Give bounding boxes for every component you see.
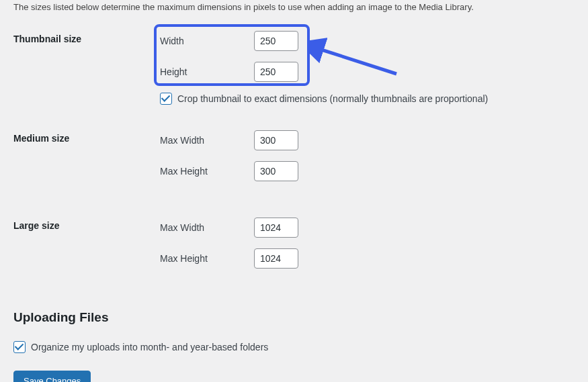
organize-uploads-label: Organize my uploads into month- and year… <box>31 342 268 352</box>
thumbnail-height-label: Height <box>160 66 254 77</box>
medium-width-label: Max Width <box>160 135 254 146</box>
organize-uploads-checkbox[interactable] <box>13 341 26 353</box>
large-width-label: Max Width <box>160 222 254 233</box>
organize-uploads-row: Organize my uploads into month- and year… <box>13 341 575 353</box>
save-changes-button[interactable]: Save Changes <box>13 371 91 382</box>
large-height-input[interactable] <box>254 248 298 269</box>
medium-height-label: Max Height <box>160 166 254 177</box>
large-size-heading: Large size <box>13 192 160 279</box>
thumbnail-width-row: Width <box>160 31 575 51</box>
crop-thumbnail-label: Crop thumbnail to exact dimensions (norm… <box>177 93 488 104</box>
thumbnail-height-row: Height <box>160 62 575 82</box>
thumbnail-width-label: Width <box>160 36 254 46</box>
medium-height-input[interactable] <box>254 161 298 181</box>
large-height-label: Max Height <box>160 253 254 264</box>
thumbnail-size-heading: Thumbnail size <box>13 27 160 105</box>
medium-width-input[interactable] <box>254 130 298 150</box>
crop-thumbnail-row: Crop thumbnail to exact dimensions (norm… <box>160 93 575 105</box>
uploading-files-heading: Uploading Files <box>13 310 575 325</box>
intro-text: The sizes listed below determine the max… <box>13 0 575 12</box>
crop-thumbnail-checkbox[interactable] <box>160 93 172 105</box>
medium-height-row: Max Height <box>160 161 575 181</box>
settings-table: Thumbnail size Width Height Crop thumbna… <box>13 27 575 279</box>
thumbnail-width-input[interactable] <box>254 31 298 51</box>
medium-size-heading: Medium size <box>13 105 160 192</box>
large-width-row: Max Width <box>160 218 575 238</box>
medium-width-row: Max Width <box>160 130 575 150</box>
large-height-row: Max Height <box>160 248 575 269</box>
thumbnail-height-input[interactable] <box>254 62 298 82</box>
large-width-input[interactable] <box>254 218 298 238</box>
